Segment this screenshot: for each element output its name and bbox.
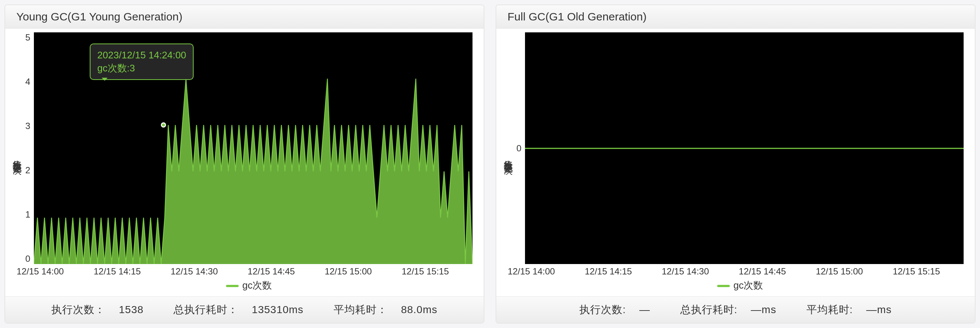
legend-swatch-icon [717, 285, 730, 287]
y-ticks: 0 [516, 32, 525, 264]
legend[interactable]: gc次数 [25, 277, 473, 296]
y-ticks: 5 4 3 2 1 0 [25, 32, 34, 264]
hover-marker [161, 122, 166, 128]
panel-title: Young GC(G1 Young Generation) [5, 5, 484, 29]
y-axis-label: 执行次数变化量（次） [9, 32, 25, 296]
flat-line [525, 147, 964, 149]
chart-area[interactable]: 执行次数变化量（次） 0 12/15 14:00 12/15 14:15 12/… [496, 29, 975, 296]
panel-title: Full GC(G1 Old Generation) [496, 5, 975, 29]
full-gc-panel: Full GC(G1 Old Generation) 执行次数变化量（次） 0 … [496, 5, 975, 323]
legend-swatch-icon [226, 285, 239, 287]
stats-bar: 执行次数：1538 总执行耗时：135310ms 平均耗时：88.0ms [5, 296, 484, 323]
legend[interactable]: gc次数 [516, 277, 964, 296]
chart-area[interactable]: 执行次数变化量（次） 5 4 3 2 1 0 2023/12/15 14:24 [5, 29, 484, 296]
young-gc-panel: Young GC(G1 Young Generation) 执行次数变化量（次）… [5, 5, 484, 323]
y-axis-label: 执行次数变化量（次） [500, 32, 516, 296]
x-ticks: 12/15 14:00 12/15 14:15 12/15 14:30 12/1… [40, 264, 473, 277]
plot-area[interactable]: 2023/12/15 14:24:00 gc次数:3 [34, 32, 473, 264]
x-ticks: 12/15 14:00 12/15 14:15 12/15 14:30 12/1… [531, 264, 964, 277]
plot-area[interactable] [525, 32, 964, 264]
stats-bar: 执行次数:— 总执行耗时:—ms 平均耗时:—ms [496, 296, 975, 323]
